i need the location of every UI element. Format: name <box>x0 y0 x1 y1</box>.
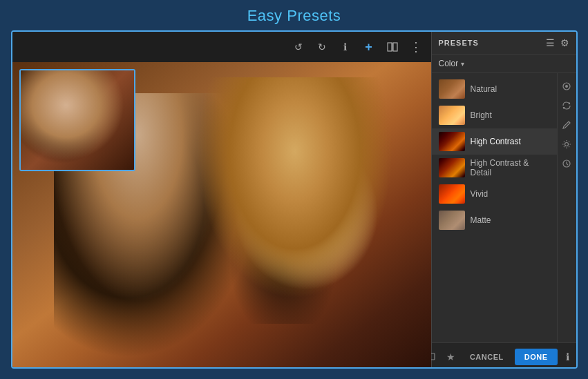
add-icon[interactable]: + <box>361 39 377 55</box>
presets-label: PRESETS <box>439 39 479 47</box>
preset-name-vivid: Vivid <box>471 189 489 199</box>
main-container: ↺ ↻ ℹ + ⋮ <box>11 30 578 369</box>
preset-item-highcontrast[interactable]: High Contrast <box>432 128 557 155</box>
preset-thumb-natural <box>439 79 465 99</box>
svg-rect-1 <box>393 43 397 51</box>
sync-tool-icon[interactable] <box>559 98 574 113</box>
preset-item-bright[interactable]: Bright <box>432 102 557 128</box>
history-tool-icon[interactable] <box>559 156 574 171</box>
preset-thumb-vivid <box>439 184 465 204</box>
gear-tool-icon[interactable] <box>559 137 574 152</box>
preset-item-vivid[interactable]: Vivid <box>432 181 557 207</box>
preset-item-highcontrastdetail[interactable]: High Contrast & Detail <box>432 155 557 181</box>
presets-header: PRESETS ☰ ⚙ <box>432 32 576 55</box>
preset-name-natural: Natural <box>471 84 497 94</box>
thumbnail-person <box>21 70 134 170</box>
photo-toolbar: ↺ ↻ ℹ + ⋮ <box>12 32 431 62</box>
photo-canvas <box>12 62 431 369</box>
brush-tool-icon[interactable] <box>559 79 574 94</box>
svg-point-5 <box>565 143 569 146</box>
presets-menu-icon[interactable]: ☰ <box>546 37 555 48</box>
preset-thumb-highcontrast <box>439 132 465 151</box>
pencil-tool-icon[interactable] <box>559 117 574 133</box>
inner-layout: ↺ ↻ ℹ + ⋮ <box>12 32 576 369</box>
dog-layer <box>180 77 410 324</box>
preset-thumb-bright <box>439 106 465 125</box>
cancel-button[interactable]: CANCEL <box>464 349 509 365</box>
preset-name-bright: Bright <box>471 110 492 120</box>
preset-name-matte: Matte <box>471 215 491 225</box>
svg-rect-0 <box>388 43 392 51</box>
color-filter-label: Color <box>439 59 459 68</box>
presets-settings-icon[interactable]: ⚙ <box>560 37 569 48</box>
preset-name-highcontrast: High Contrast <box>471 137 521 146</box>
preset-thumb-highcontrastdetail <box>439 158 465 177</box>
info-bottom-icon[interactable]: ℹ <box>566 351 569 362</box>
presets-list: NaturalBrightHigh ContrastHigh Contrast … <box>432 73 576 342</box>
side-icons <box>557 73 576 342</box>
preset-thumb-matte <box>439 211 465 230</box>
page-title: Easy Presets <box>247 7 341 25</box>
star-icon[interactable]: ★ <box>444 349 459 365</box>
info-icon[interactable]: ℹ <box>337 39 354 55</box>
chevron-down-icon: ▾ <box>461 60 464 68</box>
redo-icon[interactable]: ↻ <box>314 39 330 55</box>
bottom-bar: ★ CANCEL DONE ℹ <box>432 342 576 369</box>
color-filter[interactable]: Color ▾ <box>432 55 576 73</box>
preset-name-highcontrastdetail: High Contrast & Detail <box>471 158 550 177</box>
done-button[interactable]: DONE <box>515 349 558 365</box>
photo-section: ↺ ↻ ℹ + ⋮ <box>12 32 431 369</box>
more-icon[interactable]: ⋮ <box>408 39 424 55</box>
thumbnail-overlay <box>19 69 135 171</box>
right-panel: PRESETS ☰ ⚙ Color ▾ NaturalBrightHigh Co… <box>431 32 576 369</box>
svg-point-4 <box>565 85 568 88</box>
preset-item-natural[interactable]: Natural <box>432 76 557 102</box>
preset-item-matte[interactable]: Matte <box>432 207 557 233</box>
compare-icon[interactable] <box>384 39 401 55</box>
undo-icon[interactable]: ↺ <box>290 39 307 55</box>
